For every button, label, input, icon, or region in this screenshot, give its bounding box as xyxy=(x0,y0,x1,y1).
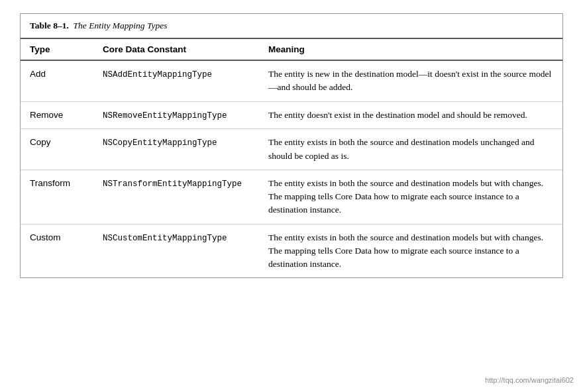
cell-type: Add xyxy=(21,60,93,101)
cell-meaning: The entity is new in the destination mod… xyxy=(259,60,562,101)
cell-meaning: The entity doesn't exist in the destinat… xyxy=(259,101,562,129)
cell-meaning: The entity exists in both the source and… xyxy=(259,224,562,277)
cell-constant: NSCustomEntityMappingType xyxy=(93,224,259,277)
cell-type: Transform xyxy=(21,170,93,224)
cell-constant: NSCopyEntityMappingType xyxy=(93,129,259,170)
entity-mapping-table: Type Core Data Constant Meaning AddNSAdd… xyxy=(21,38,562,277)
cell-meaning: The entity exists in both the source and… xyxy=(259,170,562,224)
table-caption: Table 8–1. The Entity Mapping Types xyxy=(21,21,562,38)
table-row: TransformNSTransformEntityMappingTypeThe… xyxy=(21,170,562,224)
caption-label: Table 8–1. xyxy=(30,21,69,30)
col-header-meaning: Meaning xyxy=(259,38,562,60)
table-header-row: Type Core Data Constant Meaning xyxy=(21,38,562,60)
table-row: CustomNSCustomEntityMappingTypeThe entit… xyxy=(21,224,562,277)
cell-type: Copy xyxy=(21,129,93,170)
col-header-type: Type xyxy=(21,38,93,60)
cell-meaning: The entity exists in both the source and… xyxy=(259,129,562,170)
table-row: CopyNSCopyEntityMappingTypeThe entity ex… xyxy=(21,129,562,170)
table-row: RemoveNSRemoveEntityMappingTypeThe entit… xyxy=(21,101,562,129)
col-header-constant: Core Data Constant xyxy=(93,38,259,60)
table-container: Table 8–1. The Entity Mapping Types Type… xyxy=(20,13,563,278)
caption-title: The Entity Mapping Types xyxy=(74,21,168,30)
cell-type: Remove xyxy=(21,101,93,129)
watermark: http://tqq.com/wangzitai602 xyxy=(485,376,574,384)
table-row: AddNSAddEntityMappingTypeThe entity is n… xyxy=(21,60,562,101)
cell-constant: NSRemoveEntityMappingType xyxy=(93,101,259,129)
cell-constant: NSAddEntityMappingType xyxy=(93,60,259,101)
cell-constant: NSTransformEntityMappingType xyxy=(93,170,259,224)
cell-type: Custom xyxy=(21,224,93,277)
